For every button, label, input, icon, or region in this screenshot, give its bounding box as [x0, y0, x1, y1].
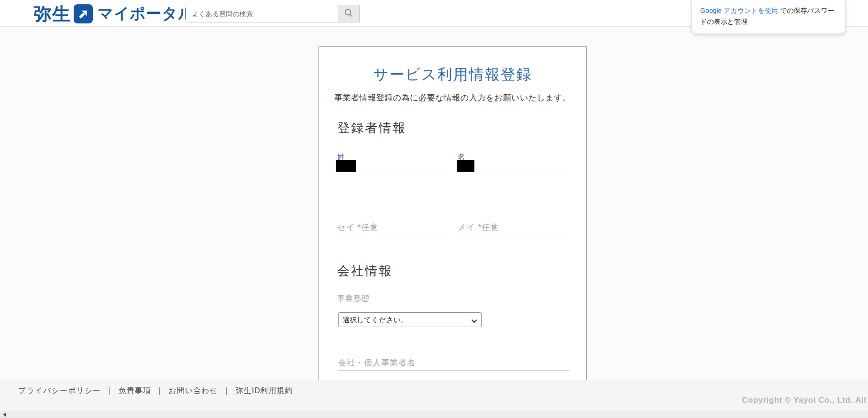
- first-name-field[interactable]: [457, 172, 569, 172]
- search-input[interactable]: [186, 5, 338, 22]
- scroll-left-icon: [3, 413, 6, 417]
- copyright-text: Copyright © Yayoi Co., Ltd. All rights r…: [742, 396, 868, 405]
- company-name-input[interactable]: [338, 356, 569, 371]
- footer-link-contact[interactable]: お問い合わせ: [168, 386, 218, 396]
- logo-arrow-icon: [74, 4, 93, 23]
- logo-product-text: マイポータル: [98, 3, 194, 24]
- google-account-link[interactable]: Google アカウントを使用: [700, 7, 778, 14]
- google-password-popup: Google アカウントを使用 での保存パスワードの表示と管理: [692, 0, 846, 34]
- horizontal-scrollbar[interactable]: [0, 411, 868, 418]
- last-name-field[interactable]: [337, 172, 449, 172]
- last-name-kana-input[interactable]: [337, 220, 449, 235]
- search-button[interactable]: [338, 5, 360, 22]
- company-section-heading: 会社情報: [337, 263, 393, 279]
- page: { "colors": { "brand-blue": "#1456a4", "…: [0, 0, 868, 418]
- registration-card: サービス利用情報登録 事業者情報登録の為に必要な情報の入力をお願いいたします。 …: [319, 46, 587, 380]
- footer-link-disclaimer[interactable]: 免責事項: [119, 386, 151, 396]
- faq-search: [186, 5, 360, 22]
- first-name-redacted-value: [457, 160, 474, 172]
- page-subtitle: 事業者情報登録の為に必要な情報の入力をお願いいたします。: [319, 92, 586, 103]
- registrant-section-heading: 登録者情報: [337, 120, 407, 136]
- first-name-kana-input[interactable]: [458, 220, 569, 235]
- business-type-label: 事業形態: [337, 294, 370, 304]
- footer-link-privacy-policy[interactable]: プライバシーポリシー: [18, 386, 101, 396]
- logo-brand-text: 弥生: [33, 2, 71, 26]
- footer-links: プライバシーポリシー ｜ 免責事項 ｜ お問い合わせ ｜ 弥生ID利用規約: [18, 386, 293, 396]
- scroll-left-button[interactable]: [0, 411, 9, 418]
- footer-separator: ｜: [223, 386, 231, 396]
- page-title: サービス利用情報登録: [319, 65, 586, 85]
- footer-link-yayoi-id-terms[interactable]: 弥生ID利用規約: [236, 386, 293, 396]
- search-icon: [344, 8, 353, 20]
- footer-separator: ｜: [156, 386, 164, 396]
- last-name-redacted-value: [336, 160, 356, 172]
- business-type-select[interactable]: 選択してください。: [338, 312, 482, 327]
- footer-separator: ｜: [106, 386, 114, 396]
- footer: プライバシーポリシー ｜ 免責事項 ｜ お問い合わせ ｜ 弥生ID利用規約 Co…: [0, 380, 868, 412]
- logo[interactable]: 弥生 マイポータル: [33, 3, 194, 24]
